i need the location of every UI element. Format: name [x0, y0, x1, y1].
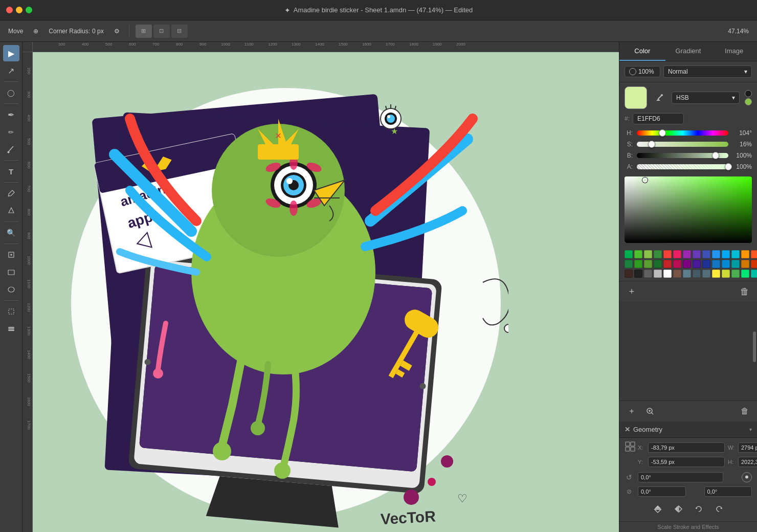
palette-swatch[interactable]: [702, 250, 710, 258]
palette-swatch[interactable]: [673, 270, 681, 278]
flip-horizontal-button[interactable]: [671, 502, 685, 516]
opacity-display[interactable]: 100%: [625, 66, 660, 77]
palette-swatch[interactable]: [693, 270, 701, 278]
palette-swatch[interactable]: [644, 260, 652, 268]
flip-vertical-button[interactable]: [651, 502, 665, 516]
rotate-input[interactable]: [638, 472, 723, 482]
palette-swatch[interactable]: [722, 260, 730, 268]
rectangle-tool[interactable]: [3, 264, 19, 280]
palette-swatch[interactable]: [673, 260, 681, 268]
palette-swatch[interactable]: [663, 260, 672, 268]
select-tool[interactable]: ▶: [3, 45, 19, 61]
eyedropper-button[interactable]: [652, 91, 666, 105]
palette-swatch[interactable]: [673, 250, 681, 258]
palette-swatch[interactable]: [751, 260, 757, 268]
saturation-slider-thumb[interactable]: [648, 141, 655, 148]
palette-swatch[interactable]: [634, 250, 642, 258]
palette-swatch[interactable]: [741, 260, 749, 268]
h-input[interactable]: [738, 457, 757, 467]
saturation-slider-track[interactable]: [637, 142, 728, 147]
minimize-button[interactable]: [16, 7, 23, 13]
y-input[interactable]: [648, 457, 725, 467]
black-swatch[interactable]: [745, 90, 752, 97]
hue-slider-track[interactable]: [637, 130, 728, 136]
palette-swatch[interactable]: [751, 250, 757, 258]
zoom-display[interactable]: 47.14%: [725, 27, 752, 36]
tab-image[interactable]: Image: [711, 42, 757, 61]
palette-swatch[interactable]: [722, 250, 730, 258]
transform-input[interactable]: [704, 486, 752, 497]
scrollbar-thumb[interactable]: [753, 331, 756, 362]
palette-swatch[interactable]: [634, 270, 642, 278]
palette-swatch[interactable]: [741, 270, 749, 278]
settings-icon[interactable]: ⚙: [111, 27, 123, 36]
palette-swatch[interactable]: [731, 260, 740, 268]
rotate-right-button[interactable]: [712, 502, 726, 516]
palette-swatch[interactable]: [625, 260, 633, 268]
palette-swatch[interactable]: [644, 270, 652, 278]
fill-tool[interactable]: [3, 203, 19, 219]
add-geometry-button[interactable]: +: [625, 404, 639, 418]
color-gradient-picker[interactable]: [625, 176, 752, 243]
palette-swatch[interactable]: [625, 250, 633, 258]
palette-swatch[interactable]: [741, 250, 749, 258]
blend-mode-dropdown[interactable]: Normal ▾: [663, 65, 752, 78]
add-color-button[interactable]: +: [625, 284, 639, 299]
geometry-header[interactable]: ✕ Geometry ▾: [619, 422, 757, 438]
crop-tool[interactable]: [3, 303, 19, 320]
palette-swatch[interactable]: [722, 270, 730, 278]
delete-geometry-button[interactable]: 🗑: [738, 404, 752, 418]
palette-swatch[interactable]: [702, 270, 710, 278]
hue-slider-thumb[interactable]: [659, 129, 666, 137]
palette-swatch[interactable]: [693, 250, 701, 258]
palette-swatch[interactable]: [654, 250, 662, 258]
zoom-geometry-button[interactable]: [643, 404, 657, 418]
canvas-area[interactable]: 300 400 500 600 700 800 900 1000 1100 12…: [23, 42, 619, 532]
tab-gradient[interactable]: Gradient: [665, 42, 711, 61]
palette-swatch[interactable]: [712, 260, 720, 268]
text-tool[interactable]: T: [3, 163, 19, 180]
rotate-knob[interactable]: [742, 472, 752, 482]
eyedropper-tool[interactable]: [3, 185, 19, 202]
palette-swatch[interactable]: [751, 270, 757, 278]
hex-input[interactable]: [633, 113, 684, 124]
rotate-left-button[interactable]: [692, 502, 706, 516]
pen-tool[interactable]: ✒: [3, 106, 19, 123]
traffic-lights[interactable]: [6, 7, 32, 13]
palette-swatch[interactable]: [634, 260, 642, 268]
target-icon[interactable]: ⊕: [30, 27, 41, 36]
transform-tool[interactable]: [3, 247, 19, 263]
snap-btn-2[interactable]: ⊡: [153, 25, 170, 38]
close-button[interactable]: [6, 7, 13, 13]
color-crosshair[interactable]: [642, 178, 648, 183]
palette-swatch[interactable]: [625, 270, 633, 278]
zoom-tool[interactable]: 🔍: [3, 225, 19, 241]
maximize-button[interactable]: [26, 7, 32, 13]
palette-swatch[interactable]: [731, 250, 740, 258]
w-input[interactable]: [738, 442, 757, 453]
palette-swatch[interactable]: [693, 260, 701, 268]
brightness-slider-thumb[interactable]: [712, 152, 719, 159]
palette-swatch[interactable]: [683, 270, 691, 278]
palette-swatch[interactable]: [683, 260, 691, 268]
shear-input[interactable]: [638, 486, 686, 497]
green-swatch[interactable]: [745, 98, 752, 105]
snap-btn-1[interactable]: ⊞: [136, 25, 152, 38]
palette-swatch[interactable]: [663, 270, 672, 278]
palette-swatch[interactable]: [663, 250, 672, 258]
palette-swatch[interactable]: [702, 260, 710, 268]
ellipse-tool[interactable]: [3, 281, 19, 298]
hsb-selector[interactable]: HSB ▾: [672, 92, 740, 104]
color-swatch-main[interactable]: [625, 86, 647, 109]
layers-tool[interactable]: [3, 321, 19, 337]
pencil-tool[interactable]: ✏: [3, 124, 19, 140]
palette-swatch[interactable]: [712, 270, 720, 278]
move-tool-label[interactable]: Move: [5, 27, 26, 36]
palette-swatch[interactable]: [644, 250, 652, 258]
canvas-viewport[interactable]: amadine app: [33, 52, 619, 532]
alpha-slider-track[interactable]: [637, 164, 728, 169]
tab-color[interactable]: Color: [619, 42, 665, 61]
palette-swatch[interactable]: [683, 250, 691, 258]
brush-tool[interactable]: [3, 141, 19, 158]
alpha-slider-thumb[interactable]: [725, 163, 732, 170]
